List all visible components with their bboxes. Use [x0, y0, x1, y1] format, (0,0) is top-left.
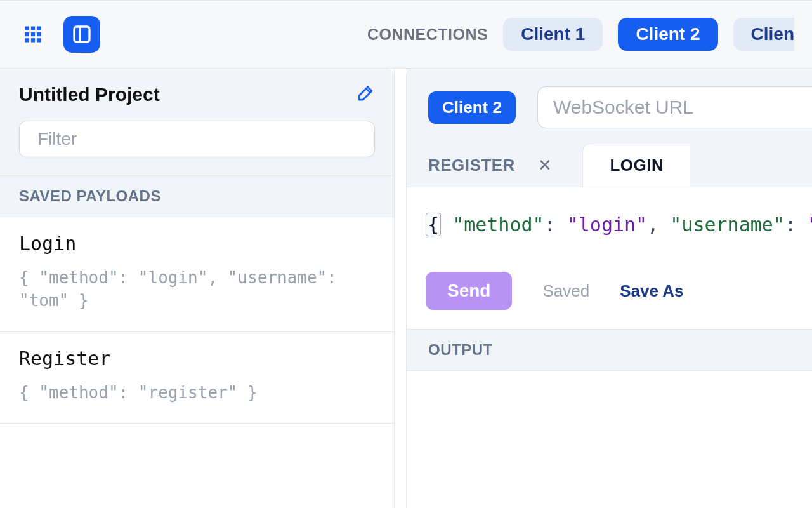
project-header: Untitled Project — [0, 69, 394, 176]
editor-actions: Send Saved Save As — [407, 255, 812, 329]
active-client-badge[interactable]: Client 2 — [428, 91, 516, 124]
payload-item-login[interactable]: Login { "method": "login", "username": "… — [0, 217, 394, 332]
connections-label: CONNECTIONS — [367, 25, 488, 44]
payload-item-register[interactable]: Register { "method": "register" } — [0, 332, 394, 424]
payload-body: { "method": "login", "username": "tom" } — [19, 266, 375, 312]
svg-rect-6 — [25, 38, 29, 42]
svg-rect-2 — [37, 27, 41, 30]
svg-rect-9 — [74, 27, 89, 42]
send-button[interactable]: Send — [426, 272, 512, 310]
saved-payloads-label: SAVED PAYLOADS — [0, 176, 394, 217]
close-icon[interactable]: ✕ — [533, 156, 558, 175]
apps-grid-icon[interactable] — [18, 19, 48, 50]
websocket-url-input[interactable] — [537, 86, 812, 128]
svg-rect-1 — [31, 27, 35, 30]
svg-rect-0 — [25, 27, 29, 30]
editor-tab-login[interactable]: LOGIN — [582, 144, 690, 187]
code-line: { "method": "login", "username": "to — [426, 213, 812, 236]
filter-input[interactable] — [19, 121, 375, 157]
svg-rect-8 — [37, 38, 41, 42]
editor-tab-label: REGISTER — [428, 156, 515, 175]
saved-status: Saved — [542, 281, 589, 301]
output-area — [407, 371, 812, 508]
payload-name: Login — [19, 232, 375, 255]
payload-body: { "method": "register" } — [19, 381, 375, 404]
editor-panel: Client 2 REGISTER ✕ LOGIN { "method": "l… — [406, 69, 812, 508]
save-as-button[interactable]: Save As — [620, 281, 683, 301]
connection-tab-client1[interactable]: Client 1 — [503, 18, 603, 51]
main-area: Untitled Project SAVED PAYLOADS Login { … — [0, 69, 812, 508]
connections-group: CONNECTIONS Client 1 Client 2 Clien — [367, 18, 794, 51]
top-bar: CONNECTIONS Client 1 Client 2 Clien — [0, 0, 812, 69]
svg-rect-3 — [25, 32, 29, 36]
edit-project-icon[interactable] — [356, 84, 375, 105]
editor-tab-register[interactable]: REGISTER ✕ — [428, 144, 576, 187]
app-logo-icon[interactable] — [63, 16, 100, 53]
sidebar: Untitled Project SAVED PAYLOADS Login { … — [0, 69, 395, 508]
code-editor[interactable]: { "method": "login", "username": "to — [407, 187, 812, 255]
svg-rect-7 — [31, 38, 35, 42]
connection-tab-client2[interactable]: Client 2 — [618, 18, 717, 51]
project-title: Untitled Project — [19, 84, 160, 105]
connection-tab-client3[interactable]: Clien — [733, 18, 794, 51]
connection-bar: Client 2 — [407, 69, 812, 128]
payload-name: Register — [19, 347, 375, 370]
svg-rect-5 — [37, 32, 41, 36]
editor-tab-label: LOGIN — [610, 156, 664, 175]
output-label: OUTPUT — [407, 329, 812, 371]
editor-tabs: REGISTER ✕ LOGIN — [407, 144, 812, 187]
brace-icon: { — [426, 213, 441, 236]
svg-rect-4 — [31, 32, 35, 36]
